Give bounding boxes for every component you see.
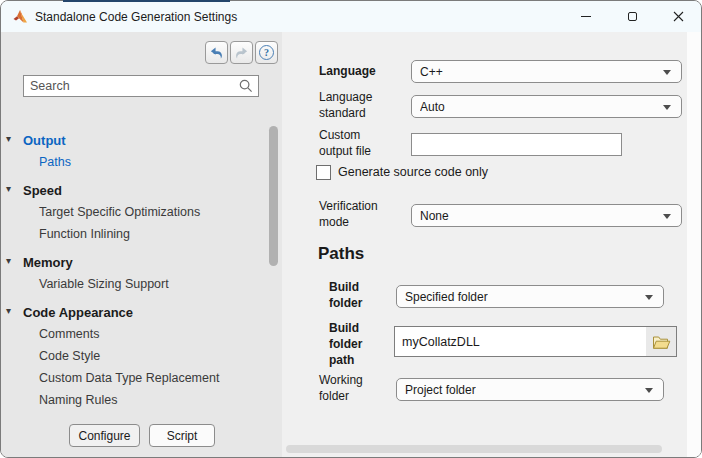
screenshot: Standalone Code Generation Settings bbox=[0, 0, 702, 458]
chevron-down-icon bbox=[663, 214, 671, 219]
window-body: ? ▾ Output bbox=[1, 32, 701, 458]
window-controls bbox=[563, 1, 701, 32]
open-folder-icon bbox=[652, 334, 671, 350]
build-folder-value: Specified folder bbox=[405, 290, 488, 304]
tree-label: Output bbox=[23, 133, 66, 148]
working-folder-label: Working folder bbox=[319, 372, 379, 404]
tree-item-paths[interactable]: Paths bbox=[1, 151, 263, 173]
redo-button[interactable] bbox=[230, 41, 253, 64]
window-title: Standalone Code Generation Settings bbox=[35, 10, 237, 24]
horizontal-scrollbar[interactable] bbox=[286, 445, 662, 453]
tree-item-naming-rules[interactable]: Naming Rules bbox=[1, 389, 263, 411]
build-folder-label: Build folder bbox=[329, 279, 377, 311]
chevron-down-icon bbox=[645, 295, 653, 300]
settings-tree: ▾ Output Paths ▾ Speed Target Specific O… bbox=[1, 129, 263, 411]
maximize-button[interactable] bbox=[609, 1, 655, 32]
undo-button[interactable] bbox=[205, 41, 228, 64]
language-standard-label: Language standard bbox=[319, 89, 401, 121]
tree-item-custom-data-type-replacement[interactable]: Custom Data Type Replacement bbox=[1, 367, 263, 389]
tree-label: Naming Rules bbox=[39, 393, 118, 407]
help-glyph: ? bbox=[264, 47, 269, 58]
tree-section-memory[interactable]: ▾ Memory bbox=[1, 251, 263, 273]
minimize-icon bbox=[581, 16, 591, 17]
script-button[interactable]: Script bbox=[149, 424, 215, 447]
tree-label: Variable Sizing Support bbox=[39, 277, 169, 291]
sidebar-scrollbar[interactable] bbox=[269, 126, 278, 266]
tree-label: Memory bbox=[23, 255, 73, 270]
settings-panel: Language C++ Language standard Auto Cust… bbox=[282, 32, 701, 458]
language-dropdown[interactable]: C++ bbox=[411, 60, 682, 83]
tree-section-code-appearance[interactable]: ▾ Code Appearance bbox=[1, 301, 263, 323]
matlab-logo-icon bbox=[12, 9, 28, 25]
tree-item-code-style[interactable]: Code Style bbox=[1, 345, 263, 367]
search-box bbox=[23, 75, 259, 97]
language-standard-value: Auto bbox=[420, 100, 445, 114]
title-bar: Standalone Code Generation Settings bbox=[1, 1, 701, 32]
generate-source-code-only-label[interactable]: Generate source code only bbox=[338, 165, 488, 179]
tree-section-speed[interactable]: ▾ Speed bbox=[1, 179, 263, 201]
verification-mode-label: Verification mode bbox=[319, 198, 389, 230]
paths-heading: Paths bbox=[318, 244, 364, 264]
maximize-icon bbox=[628, 12, 637, 21]
working-folder-value: Project folder bbox=[405, 383, 476, 397]
redo-icon bbox=[234, 46, 249, 60]
close-icon bbox=[673, 11, 684, 22]
custom-output-file-label: Custom output file bbox=[319, 127, 389, 159]
chevron-down-icon bbox=[663, 105, 671, 110]
configure-button[interactable]: Configure bbox=[69, 424, 140, 447]
collapse-caret-icon[interactable]: ▾ bbox=[6, 133, 11, 144]
build-folder-path-field bbox=[394, 326, 677, 357]
tree-label: Code Style bbox=[39, 349, 100, 363]
panel-scrollbar-gutter bbox=[687, 32, 701, 458]
chevron-down-icon bbox=[645, 388, 653, 393]
language-label: Language bbox=[319, 63, 401, 79]
generate-source-code-only-checkbox[interactable] bbox=[316, 165, 331, 180]
collapse-caret-icon[interactable]: ▾ bbox=[6, 183, 11, 194]
settings-window: Standalone Code Generation Settings bbox=[0, 0, 702, 458]
language-standard-dropdown[interactable]: Auto bbox=[411, 95, 682, 118]
tree-label: Comments bbox=[39, 327, 99, 341]
tree-item-function-inlining[interactable]: Function Inlining bbox=[1, 223, 263, 245]
search-input[interactable] bbox=[24, 79, 239, 93]
tree-label: Speed bbox=[23, 183, 62, 198]
tree-label: Target Specific Optimizations bbox=[39, 205, 200, 219]
help-icon: ? bbox=[259, 45, 274, 60]
collapse-caret-icon[interactable]: ▾ bbox=[6, 255, 11, 266]
background-window-artifact bbox=[63, 0, 230, 2]
close-button[interactable] bbox=[655, 1, 701, 32]
tree-section-output[interactable]: ▾ Output bbox=[1, 129, 263, 151]
tree-label: Paths bbox=[39, 155, 71, 169]
chevron-down-icon bbox=[663, 70, 671, 75]
build-folder-dropdown[interactable]: Specified folder bbox=[396, 285, 664, 308]
browse-folder-button[interactable] bbox=[646, 327, 676, 356]
tree-label: Code Appearance bbox=[23, 305, 133, 320]
tree-item-variable-sizing-support[interactable]: Variable Sizing Support bbox=[1, 273, 263, 295]
build-folder-path-label: Build folder path bbox=[329, 320, 377, 368]
verification-mode-dropdown[interactable]: None bbox=[411, 204, 682, 227]
collapse-caret-icon[interactable]: ▾ bbox=[6, 305, 11, 316]
sidebar: ? ▾ Output bbox=[1, 32, 282, 458]
search-icon bbox=[239, 79, 253, 93]
undo-icon bbox=[209, 46, 224, 60]
minimize-button[interactable] bbox=[563, 1, 609, 32]
tree-item-target-specific-optimizations[interactable]: Target Specific Optimizations bbox=[1, 201, 263, 223]
verification-mode-value: None bbox=[420, 209, 449, 223]
tree-label: Custom Data Type Replacement bbox=[39, 371, 219, 385]
tree-label: Function Inlining bbox=[39, 227, 130, 241]
build-folder-path-input[interactable] bbox=[395, 327, 646, 356]
custom-output-file-input[interactable] bbox=[411, 133, 622, 156]
working-folder-dropdown[interactable]: Project folder bbox=[396, 378, 664, 401]
tree-item-comments[interactable]: Comments bbox=[1, 323, 263, 345]
language-value: C++ bbox=[420, 65, 443, 79]
help-button[interactable]: ? bbox=[255, 41, 278, 64]
